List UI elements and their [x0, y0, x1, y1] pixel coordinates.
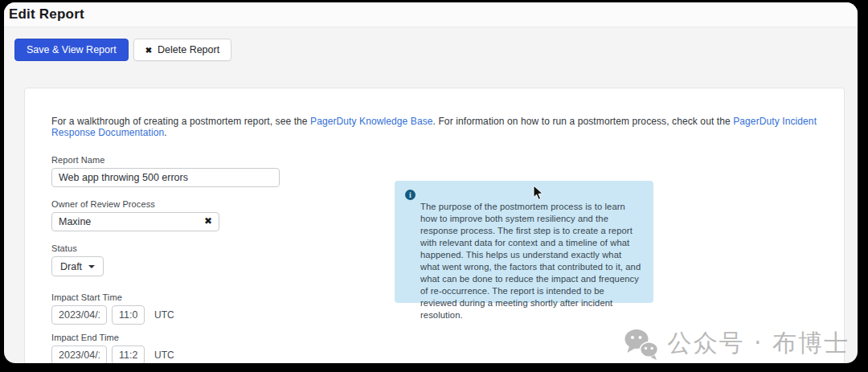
delete-report-button[interactable]: ✖ Delete Report	[133, 39, 232, 61]
toolbar: Save & View Report ✖ Delete Report	[4, 27, 858, 61]
info-box-text: The purpose of the postmortem process is…	[395, 181, 653, 329]
chevron-down-icon	[88, 265, 95, 268]
impact-end-field: Impact End Time UTC	[51, 333, 820, 363]
impact-start-timezone: UTC	[154, 309, 174, 321]
impact-end-time-input[interactable]	[112, 345, 145, 363]
intro-part1: For a walkthrough of creating a postmort…	[51, 116, 310, 127]
intro-part2: . For information on how to run a postmo…	[433, 116, 734, 127]
intro-text: For a walkthrough of creating a postmort…	[51, 116, 820, 138]
owner-clear-icon[interactable]: ✖	[204, 215, 212, 227]
edit-report-card: For a walkthrough of creating a postmort…	[24, 88, 845, 363]
impact-end-timezone: UTC	[154, 350, 174, 361]
impact-end-date-input[interactable]	[51, 345, 107, 363]
title-bar: Edit Report	[4, 2, 858, 27]
app-window: Edit Report Save & View Report ✖ Delete …	[4, 2, 858, 363]
report-name-input[interactable]	[51, 168, 280, 187]
knowledge-base-link[interactable]: PagerDuty Knowledge Base	[310, 116, 433, 127]
impact-start-time-input[interactable]	[112, 305, 145, 325]
impact-start-date-input[interactable]	[51, 305, 107, 325]
delete-x-icon: ✖	[145, 46, 152, 55]
status-dropdown[interactable]: Draft	[51, 256, 104, 276]
owner-input[interactable]	[51, 212, 219, 231]
postmortem-info-box: i The purpose of the postmortem process …	[395, 181, 653, 303]
intro-part3: .	[164, 127, 166, 138]
delete-report-label: Delete Report	[158, 44, 219, 55]
impact-end-label: Impact End Time	[51, 333, 820, 342]
page-title: Edit Report	[9, 6, 84, 22]
save-view-report-button[interactable]: Save & View Report	[14, 39, 129, 61]
report-name-label: Report Name	[51, 155, 820, 165]
info-icon: i	[405, 190, 416, 200]
status-value: Draft	[60, 261, 82, 272]
